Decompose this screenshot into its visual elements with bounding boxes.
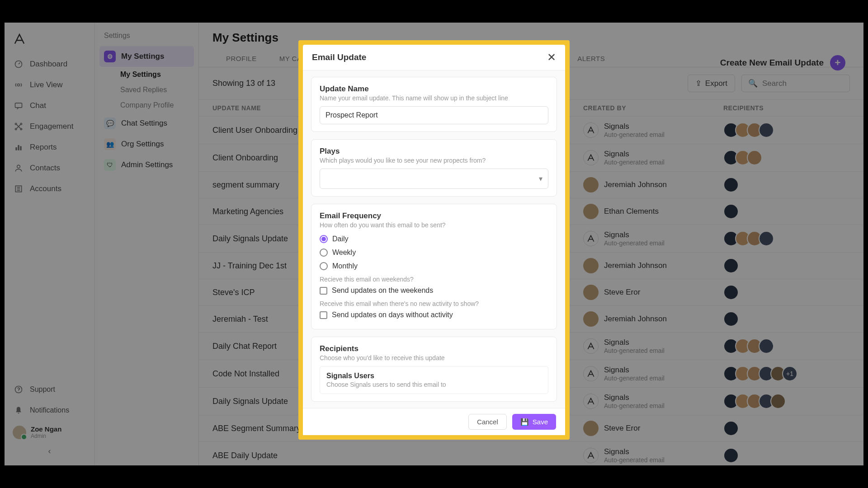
cancel-button[interactable]: Cancel — [468, 414, 507, 430]
frequency-label: Email Frequency — [320, 211, 548, 221]
freq-monthly[interactable]: Monthly — [320, 259, 548, 273]
plays-hint: Which plays would you like to see your n… — [320, 157, 548, 164]
checkbox-icon — [320, 311, 327, 319]
radio-icon — [320, 235, 328, 243]
frequency-card: Email Frequency How often do you want th… — [311, 204, 557, 329]
freq-option-label: Monthly — [332, 262, 358, 270]
no-activity-label: Send updates on days without activity — [332, 311, 453, 319]
update-name-label: Update Name — [320, 84, 548, 94]
frequency-hint: How often do you want this email to be s… — [320, 221, 548, 229]
plays-card: Plays Which plays would you like to see … — [311, 139, 557, 197]
save-icon: 💾 — [520, 418, 529, 426]
radio-icon — [320, 249, 328, 257]
checkbox-icon — [320, 287, 327, 295]
freq-weekly[interactable]: Weekly — [320, 246, 548, 259]
weekend-checkbox[interactable]: Send updates on the weekends — [320, 284, 548, 297]
recipients-card: Recipients Choose who you'd like to rece… — [311, 337, 557, 402]
plays-select[interactable]: ▾ — [320, 169, 548, 189]
signals-users-hint: Choose Signals users to send this email … — [326, 381, 542, 388]
freq-option-label: Daily — [332, 235, 349, 243]
plays-label: Plays — [320, 147, 548, 156]
no-activity-hint: Receive this email when there's no new a… — [320, 297, 548, 308]
close-button[interactable]: ✕ — [547, 51, 556, 64]
radio-icon — [320, 262, 328, 270]
chevron-down-icon: ▾ — [539, 174, 542, 183]
recipients-label: Recipients — [320, 344, 548, 353]
weekend-label: Send updates on the weekends — [332, 286, 433, 295]
email-update-modal: Email Update ✕ Update Name Name your ema… — [298, 40, 570, 440]
freq-option-label: Weekly — [332, 249, 356, 257]
recipients-hint: Choose who you'd like to receive this up… — [320, 354, 548, 361]
update-name-hint: Name your email update. This name will s… — [320, 94, 548, 102]
save-label: Save — [533, 418, 548, 426]
save-button[interactable]: 💾Save — [512, 414, 556, 430]
weekend-hint: Recieve this email on weekends? — [320, 273, 548, 284]
signals-users-box: Signals Users Choose Signals users to se… — [320, 366, 548, 394]
modal-title: Email Update — [312, 52, 366, 62]
signals-users-label: Signals Users — [326, 372, 542, 380]
freq-daily[interactable]: Daily — [320, 232, 548, 246]
update-name-input[interactable] — [320, 106, 548, 124]
update-name-card: Update Name Name your email update. This… — [311, 77, 557, 132]
no-activity-checkbox[interactable]: Send updates on days without activity — [320, 308, 548, 322]
